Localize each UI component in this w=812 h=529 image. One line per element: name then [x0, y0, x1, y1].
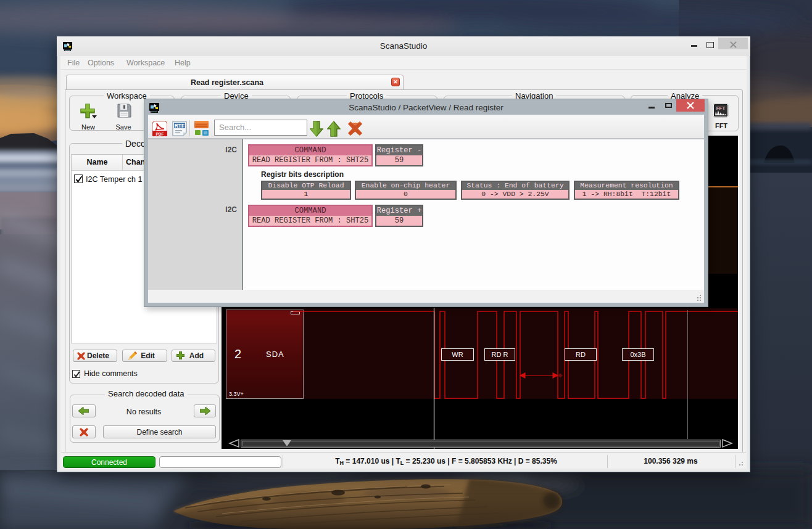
- svg-text:PDF: PDF: [156, 132, 164, 136]
- svg-text:FFT: FFT: [716, 105, 726, 111]
- svg-text:RTF: RTF: [175, 123, 185, 129]
